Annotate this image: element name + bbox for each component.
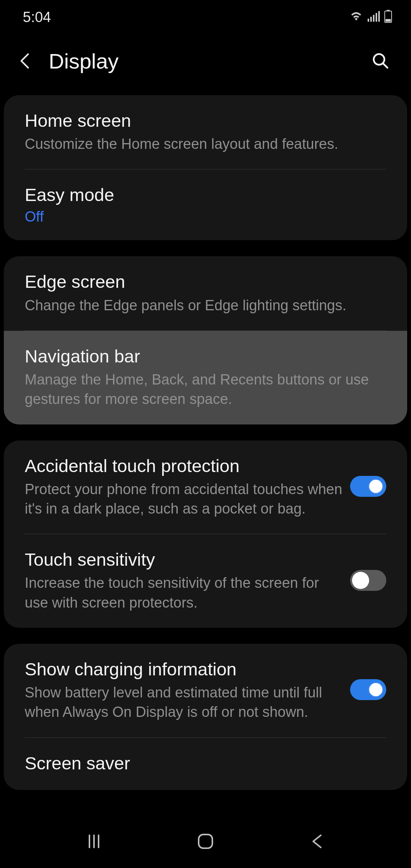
row-subtitle: Customize the Home screen layout and fea… [25, 134, 379, 154]
toggle-knob [367, 478, 384, 495]
signal-icon [368, 11, 380, 23]
row-title: Accidental touch protection [25, 454, 342, 477]
wifi-icon [349, 11, 363, 24]
svg-rect-13 [199, 834, 212, 848]
setting-row-navigation-bar[interactable]: Navigation barManage the Home, Back, and… [4, 331, 407, 424]
status-bar: 5:04 [0, 0, 411, 34]
setting-row-show-charging[interactable]: Show charging informationShow battery le… [4, 644, 407, 737]
settings-content: Home screenCustomize the Home screen lay… [0, 88, 411, 790]
svg-rect-4 [378, 11, 380, 22]
row-text: Edge screenChange the Edge panels or Edg… [25, 270, 386, 315]
row-text: Touch sensitivityIncrease the touch sens… [25, 548, 350, 613]
row-title: Home screen [25, 109, 379, 132]
status-icons [349, 10, 392, 24]
settings-card: Home screenCustomize the Home screen lay… [4, 95, 407, 240]
row-text: Accidental touch protectionProtect your … [25, 454, 350, 519]
back-button[interactable] [19, 52, 46, 70]
system-nav-bar [0, 815, 411, 868]
toggle-accidental-touch[interactable] [350, 476, 386, 497]
svg-rect-2 [373, 15, 374, 22]
svg-rect-0 [368, 19, 369, 22]
setting-row-home-screen[interactable]: Home screenCustomize the Home screen lay… [4, 95, 407, 169]
recents-button[interactable] [79, 826, 109, 857]
settings-card: Show charging informationShow battery le… [4, 644, 407, 790]
setting-row-easy-mode[interactable]: Easy modeOff [4, 169, 407, 240]
battery-icon [384, 10, 392, 24]
app-header: Display [0, 34, 411, 88]
row-subtitle: Protect your phone from accidental touch… [25, 480, 342, 519]
settings-card: Edge screenChange the Edge panels or Edg… [4, 256, 407, 424]
settings-card: Accidental touch protectionProtect your … [4, 440, 407, 628]
setting-row-accidental-touch[interactable]: Accidental touch protectionProtect your … [4, 440, 407, 534]
toggle-knob [367, 681, 384, 698]
page-title: Display [49, 49, 369, 73]
row-title: Screen saver [25, 752, 379, 775]
row-title: Show charging information [25, 657, 342, 681]
setting-row-screen-saver[interactable]: Screen saver [4, 738, 407, 790]
setting-row-touch-sensitivity[interactable]: Touch sensitivityIncrease the touch sens… [4, 534, 407, 628]
svg-line-9 [383, 64, 387, 68]
row-subtitle: Change the Edge panels or Edge lighting … [25, 296, 379, 315]
row-text: Show charging informationShow battery le… [25, 657, 350, 722]
row-text: Home screenCustomize the Home screen lay… [25, 109, 386, 154]
row-title: Touch sensitivity [25, 548, 342, 571]
svg-rect-7 [386, 19, 391, 22]
search-button[interactable] [369, 52, 392, 70]
svg-rect-3 [376, 13, 377, 22]
row-status: Off [25, 209, 379, 225]
toggle-knob [352, 572, 369, 589]
toggle-touch-sensitivity[interactable] [350, 570, 386, 591]
nav-back-button[interactable] [302, 826, 332, 857]
row-subtitle: Increase the touch sensitivity of the sc… [25, 573, 342, 613]
row-title: Edge screen [25, 270, 379, 293]
setting-row-edge-screen[interactable]: Edge screenChange the Edge panels or Edg… [4, 256, 407, 330]
row-text: Easy modeOff [25, 183, 386, 225]
toggle-show-charging[interactable] [350, 679, 386, 700]
row-subtitle: Show battery level and estimated time un… [25, 683, 342, 722]
row-title: Easy mode [25, 183, 379, 206]
row-text: Navigation barManage the Home, Back, and… [25, 345, 386, 409]
row-text: Screen saver [25, 752, 386, 775]
row-title: Navigation bar [25, 345, 379, 368]
svg-rect-1 [370, 17, 372, 22]
row-subtitle: Manage the Home, Back, and Recents butto… [25, 370, 379, 409]
home-button[interactable] [190, 826, 221, 857]
status-time: 5:04 [23, 9, 51, 26]
